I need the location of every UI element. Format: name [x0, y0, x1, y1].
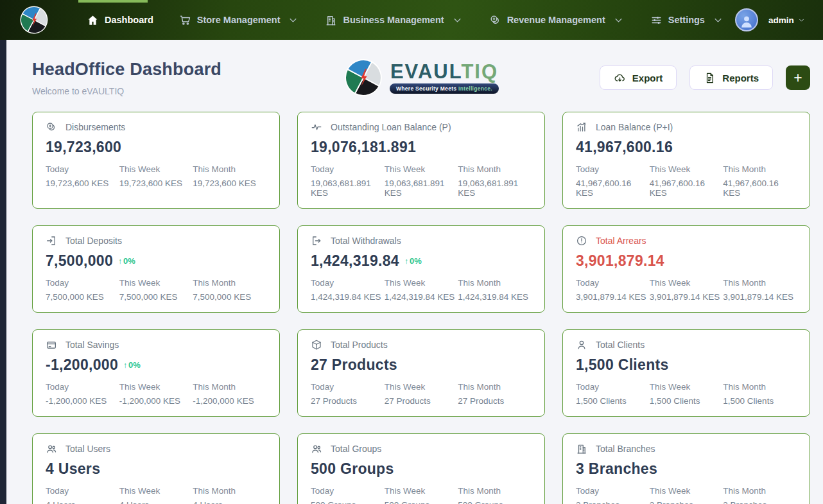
cloud-download-icon — [614, 72, 626, 84]
nav-item-label: Store Management — [197, 15, 281, 25]
stat-period-label: This Month — [458, 486, 532, 496]
card-total-savings: Total Savings -1,200,000 ↑0% Today-1,200… — [32, 329, 280, 417]
card-period-stats: Today4 UsersThis Week4 UsersThis Month4 … — [46, 486, 266, 504]
chevron-down-icon — [612, 14, 625, 26]
nav-item-label: Business Management — [343, 15, 444, 25]
stat-period-label: Today — [576, 382, 650, 392]
export-button-label: Export — [632, 73, 663, 83]
stat-col: This Month3 Branches — [723, 486, 797, 504]
card-label: Total Clients — [596, 340, 645, 350]
stat-period-label: This Week — [385, 164, 458, 174]
stats-grid: Disbursements 19,723,600 Today19,723,600… — [32, 112, 810, 504]
stat-col: Today3,901,879.14 KES — [576, 278, 650, 302]
nav-item-store-management[interactable]: Store Management — [168, 0, 311, 40]
card-label: Total Withdrawals — [331, 236, 401, 246]
page-header: HeadOffice Dashboard Welcome to eVAULTIQ… — [32, 58, 810, 98]
brand-banner: EVAULTIQ Where Security Meets Intelligen… — [343, 58, 499, 98]
card-label: Outstanding Loan Balance (P) — [331, 122, 451, 132]
brand-wordmark: EVAULTIQ Where Security Meets Intelligen… — [390, 62, 499, 94]
nav-item-label: Revenue Management — [507, 15, 605, 25]
stat-period-label: Today — [311, 164, 385, 174]
stat-period-label: This Month — [193, 382, 266, 392]
stat-period-value: 27 Products — [311, 396, 385, 406]
card-total-branches: Total Branches 3 Branches Today3 Branche… — [562, 433, 810, 504]
avatar[interactable] — [735, 8, 758, 31]
stat-period-value: 27 Products — [385, 396, 458, 406]
stat-period-label: Today — [46, 382, 119, 392]
up-arrow-icon: ↑ — [118, 257, 122, 266]
stat-period-value: 1,424,319.84 KES — [311, 292, 385, 302]
card-label: Total Groups — [331, 444, 381, 454]
stat-period-value: 1,500 Clients — [576, 396, 650, 406]
collapsed-sidebar[interactable] — [0, 40, 6, 504]
user-menu[interactable]: admin — [768, 15, 806, 25]
stat-period-value: -1,200,000 KES — [119, 396, 193, 406]
add-button[interactable]: + — [786, 65, 810, 90]
up-arrow-icon: ↑ — [404, 257, 408, 266]
stat-period-value: 19,723,600 KES — [193, 178, 266, 188]
card-label: Total Users — [65, 444, 110, 454]
stat-col: Today-1,200,000 KES — [46, 382, 119, 406]
stat-period-value: 500 Groups — [311, 500, 385, 504]
alert-icon — [576, 235, 587, 247]
stat-col: This Week7,500,000 KES — [119, 278, 193, 302]
stat-period-label: This Month — [458, 164, 532, 174]
stat-period-value: 7,500,000 KES — [193, 292, 266, 302]
card-total-deposits: Total Deposits 7,500,000 ↑0% Today7,500,… — [32, 225, 280, 313]
stat-period-label: This Month — [458, 382, 532, 392]
stat-period-value: 27 Products — [458, 396, 532, 406]
stat-period-label: This Week — [119, 486, 193, 496]
card-value: 27 Products — [311, 356, 397, 374]
stat-period-value: -1,200,000 KES — [46, 396, 119, 406]
dashboard-main: HeadOffice Dashboard Welcome to eVAULTIQ… — [0, 40, 823, 504]
chevron-down-icon — [712, 14, 724, 26]
stat-col: This Week1,424,319.84 KES — [385, 278, 458, 302]
nav-item-dashboard[interactable]: Dashboard — [76, 0, 164, 40]
stat-period-value: 19,063,681.891 KES — [458, 178, 532, 198]
stat-period-value: 41,967,600.16 KES — [723, 178, 797, 198]
export-button[interactable]: Export — [600, 65, 677, 90]
card-total-users: Total Users 4 Users Today4 UsersThis Wee… — [32, 433, 280, 504]
sliders-icon — [650, 14, 663, 26]
wallet-icon — [46, 339, 57, 351]
stat-col: Today1,500 Clients — [576, 382, 650, 406]
stat-period-label: This Month — [193, 278, 266, 288]
stat-period-value: 1,424,319.84 KES — [385, 292, 458, 302]
stat-period-label: This Week — [119, 164, 193, 174]
top-navbar: Dashboard Store Management Business Mana… — [0, 0, 823, 40]
stat-period-value: 3 Branches — [723, 500, 797, 504]
stat-period-value: 3,901,879.14 KES — [723, 292, 797, 302]
stat-col: This Month3,901,879.14 KES — [723, 278, 797, 302]
stat-period-label: This Month — [193, 164, 266, 174]
stat-period-value: 3,901,879.14 KES — [650, 292, 723, 302]
stat-period-label: This Week — [119, 382, 193, 392]
stat-col: This Week41,967,600.16 KES — [650, 164, 723, 198]
stat-col: Today19,063,681.891 KES — [311, 164, 385, 198]
stat-col: Today1,424,319.84 KES — [311, 278, 385, 302]
stat-period-label: This Month — [193, 486, 266, 496]
stat-period-label: Today — [46, 278, 119, 288]
stat-col: This Month1,500 Clients — [723, 382, 797, 406]
card-outstanding-loan-balance-p: Outstanding Loan Balance (P) 19,076,181.… — [297, 112, 545, 209]
stat-col: This Week27 Products — [385, 382, 458, 406]
card-label: Total Branches — [596, 444, 655, 454]
home-icon — [87, 14, 99, 26]
stat-period-label: Today — [576, 486, 650, 496]
card-period-stats: Today41,967,600.16 KESThis Week41,967,60… — [576, 164, 797, 198]
stat-period-value: 500 Groups — [458, 500, 532, 504]
stat-col: Today19,723,600 KES — [46, 164, 119, 188]
reports-button[interactable]: Reports — [689, 65, 773, 90]
card-value: 3 Branches — [576, 460, 657, 478]
stat-period-label: This Week — [385, 382, 458, 392]
card-period-stats: Today19,723,600 KESThis Week19,723,600 K… — [46, 164, 266, 188]
chevron-down-icon — [451, 14, 463, 26]
card-total-clients: Total Clients 1,500 Clients Today1,500 C… — [562, 329, 810, 417]
card-value: 1,500 Clients — [576, 356, 669, 374]
stat-period-value: 7,500,000 KES — [46, 292, 119, 302]
card-period-stats: Today27 ProductsThis Week27 ProductsThis… — [311, 382, 532, 406]
nav-item-business-management[interactable]: Business Management — [314, 0, 474, 40]
nav-item-settings[interactable]: Settings — [639, 0, 735, 40]
stat-period-value: 3,901,879.14 KES — [576, 292, 650, 302]
stat-col: Today4 Users — [46, 486, 119, 504]
nav-item-revenue-management[interactable]: Revenue Management — [478, 0, 636, 40]
